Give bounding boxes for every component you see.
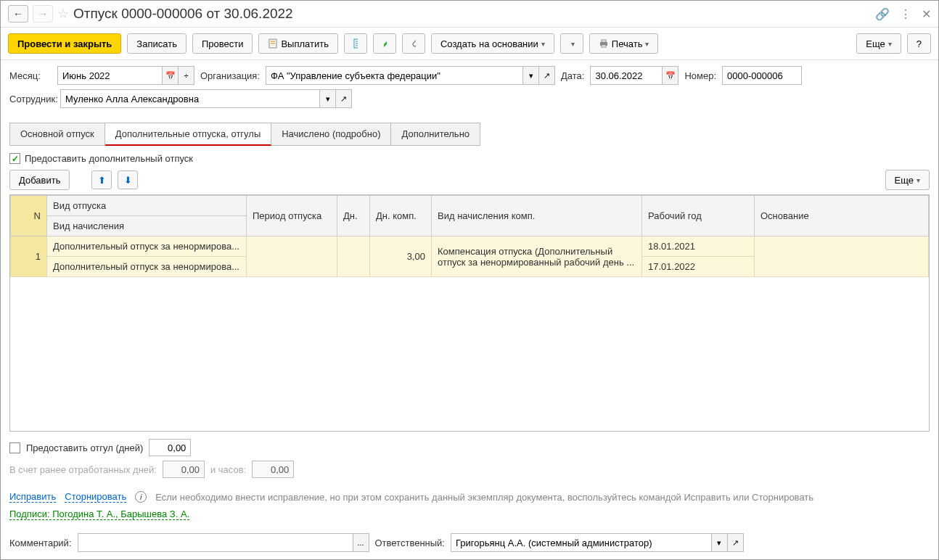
hours-label: и часов:	[210, 464, 246, 475]
number-label: Номер:	[684, 70, 716, 81]
month-label: Месяц:	[9, 70, 52, 81]
col-type[interactable]: Вид отпуска	[47, 196, 247, 216]
tab-additional-vacation[interactable]: Дополнительные отпуска, отгулы	[105, 123, 272, 146]
write-button[interactable]: Записать	[127, 33, 186, 54]
tab-main-vacation[interactable]: Основной отпуск	[10, 123, 105, 145]
cell-days	[337, 236, 370, 277]
more-menu-icon[interactable]: ⋮	[900, 7, 911, 21]
create-based-button[interactable]: Создать на основании	[431, 33, 554, 54]
comment-label: Комментарий:	[9, 538, 72, 548]
document-icon	[268, 38, 278, 49]
org-dropdown-button[interactable]: ▾	[523, 66, 539, 85]
col-period[interactable]: Период отпуска	[247, 196, 337, 236]
worked-days-label: В счет ранее отработанных дней:	[9, 464, 157, 475]
svg-rect-11	[602, 45, 606, 47]
comment-expand-button[interactable]: ...	[353, 533, 369, 552]
col-days-comp[interactable]: Дн. комп.	[370, 196, 432, 236]
tab-additional[interactable]: Дополнительно	[391, 123, 480, 145]
emp-dropdown-button[interactable]: ▾	[320, 89, 336, 108]
tab-accrued[interactable]: Начислено (подробно)	[271, 123, 391, 145]
pay-button-label: Выплатить	[281, 38, 329, 49]
folder-icon-button[interactable]	[560, 33, 583, 54]
otgul-checkbox[interactable]	[9, 442, 20, 453]
col-year[interactable]: Рабочий год	[642, 196, 755, 236]
grant-vacation-checkbox[interactable]: ✓	[9, 153, 20, 164]
help-button[interactable]: ?	[907, 33, 931, 54]
comment-input[interactable]	[78, 533, 353, 552]
month-input[interactable]	[57, 66, 163, 85]
number-input[interactable]	[722, 66, 802, 85]
print-button[interactable]: Печать	[589, 33, 659, 54]
vacation-grid[interactable]: N Вид отпуска Период отпуска Дн. Дн. ком…	[9, 194, 930, 432]
reverse-link[interactable]: Сторнировать	[65, 491, 126, 503]
nav-back-button[interactable]: ←	[8, 5, 28, 22]
form-icon-button[interactable]	[344, 33, 367, 54]
date-label: Дата:	[561, 70, 584, 81]
table-more-button[interactable]: Еще	[885, 170, 930, 190]
cell-accrual: Компенсация отпуска (Дополнительный отпу…	[432, 236, 642, 277]
emp-input[interactable]	[60, 89, 320, 108]
date-input[interactable]	[590, 66, 663, 85]
attach-icon-button[interactable]	[402, 33, 425, 54]
window-title: Отпуск 0000-000006 от 30.06.2022	[73, 6, 871, 22]
col-days[interactable]: Дн.	[337, 196, 370, 236]
more-button[interactable]: Еще	[856, 33, 901, 54]
cell-n: 1	[11, 236, 47, 277]
emp-label: Сотрудник:	[9, 94, 54, 104]
link-icon[interactable]: 🔗	[875, 7, 890, 21]
month-calendar-button[interactable]: 📅	[163, 66, 179, 85]
otgul-input[interactable]	[149, 439, 191, 456]
signatures-link[interactable]: Подписи: Погодина Т. А., Барышева З. А.	[9, 508, 189, 520]
responsible-dropdown-button[interactable]: ▾	[712, 533, 728, 552]
org-input[interactable]	[266, 66, 523, 85]
cell-type1: Дополнительный отпуск за ненормирова...	[47, 236, 247, 257]
responsible-label: Ответственный:	[375, 538, 445, 548]
cell-basis	[755, 236, 929, 277]
info-icon: i	[135, 491, 147, 503]
svg-rect-10	[602, 40, 606, 42]
cell-period	[247, 236, 337, 277]
cell-type2: Дополнительный отпуск за ненормирова...	[47, 257, 247, 277]
responsible-input[interactable]	[451, 533, 712, 552]
post-button[interactable]: Провести	[192, 33, 253, 54]
date-calendar-button[interactable]: 📅	[663, 66, 678, 85]
grant-vacation-label: Предоставить дополнительный отпуск	[25, 153, 193, 164]
org-open-button[interactable]: ↗	[539, 66, 555, 85]
add-row-button[interactable]: Добавить	[9, 170, 70, 190]
move-down-button[interactable]: ⬇	[118, 170, 138, 189]
col-accrual[interactable]: Вид начисления комп.	[432, 196, 642, 236]
edit-icon-button[interactable]	[373, 33, 396, 54]
info-text: Если необходимо внести исправление, но п…	[155, 492, 813, 503]
favorite-star-icon[interactable]: ☆	[57, 6, 69, 22]
print-button-label: Печать	[612, 38, 643, 49]
org-label: Организация:	[200, 70, 260, 81]
post-close-button[interactable]: Провести и закрыть	[8, 33, 121, 54]
worked-days-input	[163, 461, 205, 478]
nav-forward-button[interactable]: →	[33, 5, 53, 22]
fix-link[interactable]: Исправить	[9, 491, 56, 503]
otgul-label: Предоставить отгул (дней)	[26, 442, 143, 453]
col-type2[interactable]: Вид начисления	[47, 216, 247, 236]
col-basis[interactable]: Основание	[755, 196, 929, 236]
responsible-open-button[interactable]: ↗	[728, 533, 744, 552]
pay-button[interactable]: Выплатить	[258, 33, 338, 54]
table-row[interactable]: 1 Дополнительный отпуск за ненормирова..…	[11, 236, 929, 257]
month-spinner-button[interactable]: ÷	[179, 66, 194, 85]
cell-days-comp: 3,00	[370, 236, 432, 277]
col-n[interactable]: N	[11, 196, 47, 236]
emp-open-button[interactable]: ↗	[336, 89, 352, 108]
printer-icon	[599, 38, 609, 49]
cell-year2: 17.01.2022	[642, 257, 755, 277]
close-icon[interactable]: ✕	[922, 7, 931, 21]
cell-year1: 18.01.2021	[642, 236, 755, 257]
hours-input	[252, 461, 294, 478]
move-up-button[interactable]: ⬆	[91, 170, 112, 189]
